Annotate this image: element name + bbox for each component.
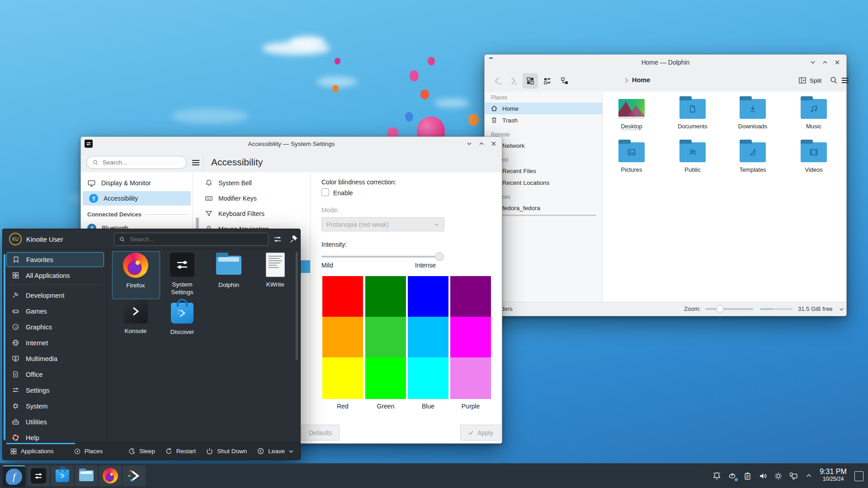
maximize-icon[interactable]	[479, 141, 484, 146]
sidebar-item-games[interactable]: Games	[6, 304, 104, 319]
folder-item-downloads[interactable]: Downloads	[725, 95, 781, 130]
notifications-icon[interactable]	[711, 470, 722, 482]
intensity-slider-handle[interactable]	[435, 252, 444, 261]
enable-checkbox[interactable]	[321, 188, 329, 196]
app-tile-system-settings[interactable]: System Settings	[159, 253, 206, 296]
dolphin-titlebar[interactable]: Home — Dolphin	[485, 55, 846, 70]
forward-button[interactable]	[508, 76, 518, 86]
device-capacity-bar	[491, 215, 596, 216]
free-space-label[interactable]: 31.5 GiB free	[798, 305, 833, 312]
folder-item-documents[interactable]: Documents	[665, 95, 721, 130]
back-button[interactable]	[493, 76, 503, 86]
sidebar-item-display-monitor[interactable]: Display & Monitor	[81, 176, 193, 190]
list-item-modifier-keys[interactable]: Modifier Keys	[193, 191, 310, 206]
volume-icon[interactable]	[757, 470, 769, 482]
avatar[interactable]: KU	[9, 233, 22, 245]
tab-places[interactable]: Places	[74, 448, 103, 455]
folder-item-pictures[interactable]: Pictures	[604, 139, 660, 173]
zoom-slider-handle[interactable]	[716, 305, 724, 313]
sidebar-item-internet[interactable]: Internet	[6, 335, 104, 350]
list-item-system-bell[interactable]: System Bell	[193, 176, 310, 190]
defaults-button[interactable]: Defaults	[301, 425, 340, 441]
dolphin-folder-view[interactable]: Desktop Documents Downloads Music Pictur…	[603, 92, 846, 302]
folder-item-public[interactable]: Public	[665, 139, 721, 173]
minimize-icon[interactable]	[467, 141, 472, 146]
breadcrumb[interactable]: Home	[632, 76, 650, 84]
settings-search-input[interactable]	[102, 159, 176, 166]
system-settings-icon	[170, 253, 194, 277]
clipboard-icon[interactable]	[741, 470, 753, 482]
hamburger-menu-icon[interactable]	[191, 159, 200, 167]
sidebar-item-all-applications[interactable]: All Applications	[6, 268, 104, 283]
icons-view-button[interactable]	[523, 73, 538, 89]
leave-button[interactable]: Leave	[257, 447, 285, 455]
folder-item-templates[interactable]: Templates	[725, 139, 781, 173]
app-tile-firefox[interactable]: Firefox	[112, 253, 159, 289]
app-tile-discover[interactable]: Discover	[159, 299, 206, 336]
sidebar-item-settings[interactable]: Settings	[6, 383, 104, 398]
close-icon[interactable]	[491, 141, 496, 146]
places-item-trash[interactable]: Trash	[485, 114, 602, 126]
taskbar-app-discover[interactable]	[51, 465, 74, 486]
split-button[interactable]: Split	[798, 76, 821, 84]
network-icon[interactable]	[788, 470, 799, 482]
taskbar-launcher-button[interactable]: f	[3, 465, 25, 487]
list-item-keyboard-filters[interactable]: Keyboard Filters	[193, 206, 310, 221]
close-icon[interactable]	[835, 60, 840, 65]
sidebar-item-multimedia[interactable]: Multimedia	[6, 351, 104, 366]
search-icon[interactable]	[829, 76, 838, 85]
zoom-slider[interactable]	[705, 308, 753, 310]
taskbar-app-dolphin[interactable]	[75, 465, 98, 486]
mode-dropdown[interactable]: Protanopia (red weak)	[321, 217, 444, 231]
tree-view-button[interactable]	[557, 73, 572, 89]
restart-button[interactable]: Restart	[165, 447, 196, 455]
settings-search-box[interactable]	[86, 156, 187, 169]
tab-applications[interactable]: Applications	[10, 448, 54, 455]
maximize-icon[interactable]	[822, 60, 828, 65]
sidebar-item-system[interactable]: System	[6, 399, 104, 413]
show-desktop-button[interactable]	[854, 471, 863, 481]
hamburger-menu-icon[interactable]	[841, 76, 849, 84]
brightness-icon[interactable]	[772, 470, 784, 482]
sidebar-item-graphics[interactable]: Graphics	[6, 319, 104, 334]
launcher-search-box[interactable]	[114, 233, 269, 246]
folder-item-music[interactable]: Music	[786, 95, 842, 130]
minimize-icon[interactable]	[810, 60, 816, 65]
sidebar-item-development[interactable]: Development	[6, 288, 104, 303]
chevron-down-icon[interactable]	[288, 449, 294, 454]
folder-item-videos[interactable]: Videos	[786, 139, 842, 173]
places-item-network[interactable]: Network	[485, 140, 602, 151]
pin-icon[interactable]	[289, 235, 298, 244]
software-updates-icon[interactable]	[726, 470, 738, 482]
shutdown-button[interactable]: Shut Down	[206, 447, 247, 455]
places-item-recent-files[interactable]: Recent Files	[485, 165, 602, 177]
taskbar-app-firefox[interactable]	[99, 465, 122, 486]
intensity-slider[interactable]	[321, 256, 443, 258]
digital-clock[interactable]: 9:31 PM 10/25/24	[816, 467, 851, 483]
balloon	[332, 85, 339, 93]
sidebar-item-utilities[interactable]: Utilities	[6, 414, 104, 429]
firefox-icon	[103, 468, 118, 483]
app-tile-konsole[interactable]: Konsole	[112, 299, 159, 335]
apply-button[interactable]: Apply	[460, 425, 501, 441]
details-view-button[interactable]	[540, 73, 555, 89]
taskbar-app-system-settings[interactable]	[27, 465, 50, 486]
sidebar-item-accessibility[interactable]: Accessibility	[83, 191, 191, 206]
expand-tray-icon[interactable]	[803, 470, 815, 482]
app-tile-dolphin[interactable]: Dolphin	[205, 253, 252, 289]
sidebar-item-favorites[interactable]: Favorites	[6, 252, 104, 267]
scrollbar[interactable]	[4, 254, 5, 440]
system-settings-titlebar[interactable]: Accessibility — System Settings	[81, 137, 502, 150]
configure-icon[interactable]	[273, 235, 282, 244]
places-item-fedora-device[interactable]: fedora_fedora	[485, 202, 602, 214]
app-tile-kwrite[interactable]: KWrite	[252, 253, 299, 288]
folder-item-desktop[interactable]: Desktop	[604, 95, 660, 130]
chevron-down-icon[interactable]	[839, 307, 844, 312]
launcher-search-input[interactable]	[129, 235, 253, 243]
places-item-recent-locations[interactable]: Recent Locations	[485, 177, 602, 188]
scrollbar[interactable]	[296, 252, 298, 360]
sidebar-item-office[interactable]: Office	[6, 367, 104, 382]
sleep-button[interactable]: Sleep	[128, 447, 155, 455]
taskbar-app-installer[interactable]	[123, 465, 146, 486]
places-item-home[interactable]: Home	[485, 103, 602, 114]
